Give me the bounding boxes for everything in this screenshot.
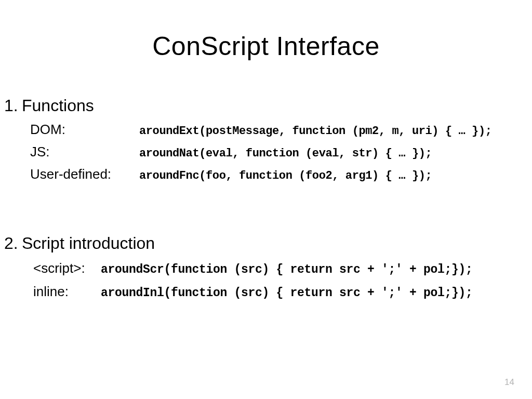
section-functions: 1.Functions DOM: aroundExt(postMessage, … (4, 96, 522, 189)
section-title-2: Script introduction (22, 234, 155, 252)
function-code: aroundFnc(foo, function (foo2, arg1) { …… (139, 169, 432, 182)
page-number: 14 (504, 377, 514, 388)
section-script-introduction: 2.Script introduction <script>: aroundSc… (4, 234, 522, 307)
section-number-1: 1. (4, 96, 22, 115)
function-row-user: User-defined: aroundFnc(foo, function (f… (30, 166, 522, 182)
section-heading-2: 2.Script introduction (4, 234, 522, 253)
script-code: aroundScr(function (src) { return src + … (101, 263, 473, 276)
function-row-js: JS: aroundNat(eval, function (eval, str)… (30, 144, 522, 160)
section-heading-1: 1.Functions (4, 96, 522, 115)
function-label: DOM: (30, 122, 139, 138)
script-code: aroundInl(function (src) { return src + … (101, 286, 473, 300)
function-code: aroundNat(eval, function (eval, str) { …… (139, 147, 432, 160)
function-label: User-defined: (30, 166, 139, 182)
script-row-tag: <script>: aroundScr(function (src) { ret… (33, 260, 522, 276)
slide-title: ConScript Interface (0, 31, 532, 61)
function-row-dom: DOM: aroundExt(postMessage, function (pm… (30, 122, 522, 138)
slide: ConScript Interface 1.Functions DOM: aro… (0, 0, 532, 399)
section-number-2: 2. (4, 234, 22, 253)
section-title-1: Functions (22, 96, 94, 115)
function-code: aroundExt(postMessage, function (pm2, m,… (139, 125, 492, 138)
script-label: <script>: (33, 260, 101, 276)
function-label: JS: (30, 144, 139, 160)
script-label: inline: (33, 284, 101, 300)
script-row-inline: inline: aroundInl(function (src) { retur… (33, 284, 522, 300)
